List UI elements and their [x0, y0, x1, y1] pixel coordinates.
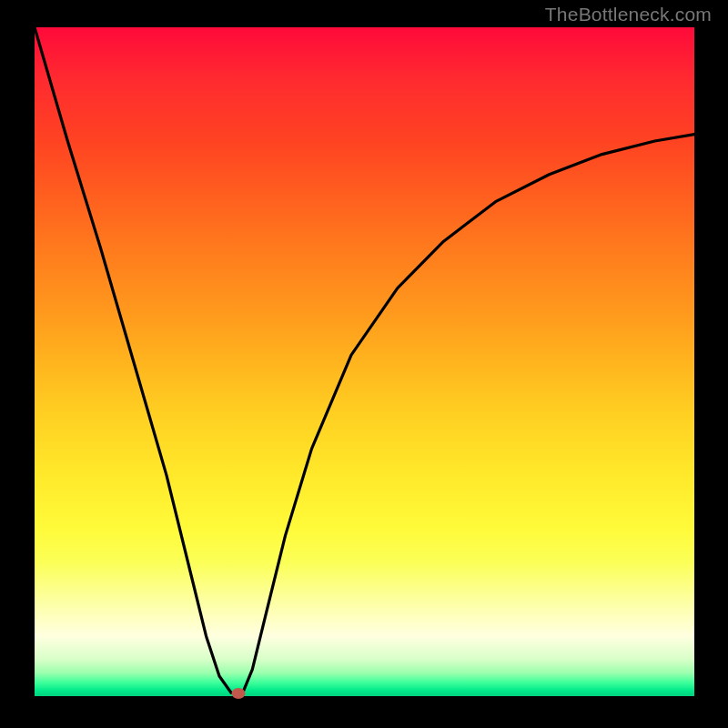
optimum-marker	[232, 688, 246, 699]
plot-area	[35, 27, 694, 696]
curve-svg	[35, 27, 694, 696]
chart-container: TheBottleneck.com	[0, 0, 728, 728]
bottleneck-curve	[35, 27, 694, 693]
watermark-text: TheBottleneck.com	[545, 4, 712, 25]
